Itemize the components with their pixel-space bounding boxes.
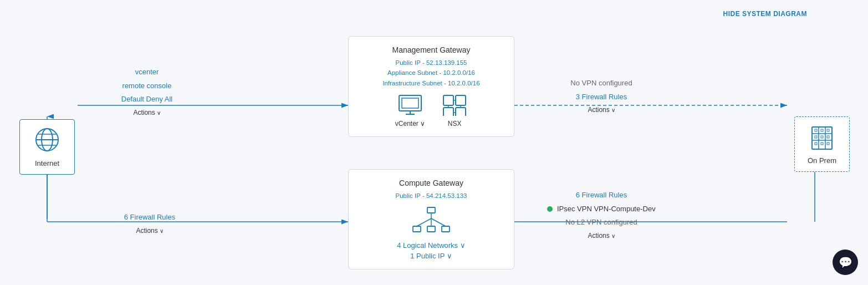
svg-rect-40 [443, 108, 453, 116]
internet-label: Internet [27, 159, 68, 167]
building-icon [808, 124, 836, 152]
svg-rect-29 [821, 136, 823, 138]
right-mgmt-actions[interactable]: Actions [546, 104, 657, 116]
svg-rect-32 [821, 142, 823, 145]
internet-box: Internet [19, 119, 75, 175]
public-ip-link[interactable]: 1 Public IP ∨ [358, 252, 505, 260]
compute-gateway-box: Compute Gateway Public IP - 54.214.53.13… [348, 169, 514, 269]
network-topology-icon [412, 206, 451, 237]
vcenter-icon-item: vCenter ∨ [395, 94, 425, 128]
compute-gateway-title: Compute Gateway [358, 179, 505, 187]
compute-gateway-info: Public IP - 54.214.53.133 [358, 191, 505, 201]
chat-icon: 💬 [839, 256, 852, 269]
nsx-icon-item: NSX [442, 94, 467, 128]
vpn-status-dot [547, 206, 553, 212]
left-mgmt-vcenter: vcenter [91, 65, 202, 79]
nsx-label: NSX [442, 120, 467, 128]
right-mgmt-no-vpn: No VPN configured [546, 77, 657, 90]
right-compute-firewall: 6 Firewall Rules [538, 189, 665, 202]
right-compute-ipsec-label: IPsec VPN VPN-Compute-Dev [557, 205, 656, 213]
mgmt-gateway-title: Management Gateway [358, 45, 505, 54]
svg-rect-31 [815, 142, 817, 145]
svg-rect-33 [827, 142, 829, 145]
management-gateway-box: Management Gateway Public IP - 52.13.139… [348, 36, 514, 137]
right-compute-labels: 6 Firewall Rules IPsec VPN VPN-Compute-D… [538, 189, 665, 242]
left-mgmt-labels: vcenter remote console Default Deny All … [91, 65, 202, 119]
logical-networks-link[interactable]: 4 Logical Networks ∨ [358, 241, 505, 250]
internet-node: Internet [17, 119, 78, 175]
svg-rect-47 [413, 226, 421, 232]
svg-rect-28 [815, 136, 817, 138]
svg-rect-49 [442, 226, 450, 232]
onprem-label: On Prem [801, 156, 843, 165]
svg-rect-34 [399, 95, 421, 111]
onprem-node: On Prem [792, 116, 852, 172]
nsx-icon [442, 94, 467, 116]
svg-rect-27 [827, 129, 829, 131]
right-mgmt-firewall: 3 Firewall Rules [546, 90, 657, 104]
svg-rect-26 [821, 129, 823, 131]
mgmt-appliance-subnet: Appliance Subnet - 10.2.0.0/16 [358, 68, 505, 78]
globe-icon [34, 126, 60, 153]
svg-rect-38 [443, 95, 453, 105]
right-compute-no-l2vpn: No L2 VPN configured [538, 216, 665, 230]
svg-rect-35 [402, 98, 418, 108]
compute-public-ip: Public IP - 54.214.53.133 [358, 191, 505, 201]
svg-rect-39 [456, 95, 466, 105]
left-compute-firewall: 6 Firewall Rules [105, 211, 194, 225]
svg-line-53 [431, 218, 446, 226]
svg-rect-48 [427, 226, 435, 232]
svg-rect-41 [456, 108, 466, 116]
left-compute-labels: 6 Firewall Rules Actions [105, 211, 194, 237]
onprem-box: On Prem [794, 116, 850, 172]
svg-rect-25 [815, 129, 817, 131]
right-mgmt-labels: No VPN configured 3 Firewall Rules Actio… [546, 77, 657, 116]
mgmt-infra-subnet: Infrastructure Subnet - 10.2.0.0/16 [358, 78, 505, 88]
mgmt-gateway-icons: vCenter ∨ NSX [358, 94, 505, 128]
chat-bubble-button[interactable]: 💬 [833, 250, 858, 275]
hide-diagram-button[interactable]: HIDE SYSTEM DIAGRAM [723, 10, 807, 18]
mgmt-public-ip: Public IP - 52.13.139.155 [358, 58, 505, 68]
left-mgmt-deny-all: Default Deny All [91, 93, 202, 106]
right-compute-ipsec: IPsec VPN VPN-Compute-Dev [538, 202, 665, 216]
left-compute-actions[interactable]: Actions [105, 225, 194, 237]
svg-line-51 [417, 218, 431, 226]
svg-rect-46 [427, 207, 435, 213]
svg-rect-30 [827, 136, 829, 138]
right-compute-actions[interactable]: Actions [538, 230, 665, 242]
left-mgmt-actions[interactable]: Actions [91, 106, 202, 119]
left-mgmt-remote-console: remote console [91, 79, 202, 93]
vcenter-label[interactable]: vCenter ∨ [395, 120, 425, 128]
mgmt-gateway-info: Public IP - 52.13.139.155 Appliance Subn… [358, 58, 505, 88]
vcenter-icon [397, 94, 423, 116]
